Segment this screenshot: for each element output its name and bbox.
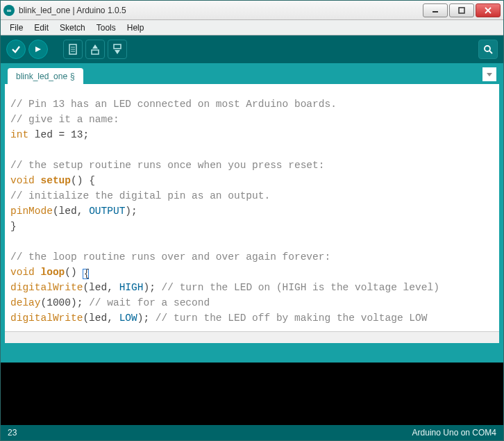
code-line: } [10,219,499,234]
code-line: // initialize the digital pin as an outp… [10,188,499,203]
tab-sketch[interactable]: blink_led_one§ [8,68,83,84]
code-line: // the loop routine runs over and over a… [10,249,499,265]
menu-edit[interactable]: Edit [29,22,53,34]
window-controls [421,3,501,17]
status-board-port: Arduino Uno on COM4 [412,428,496,438]
svg-line-14 [489,51,492,53]
tab-modified-indicator: § [70,72,75,81]
svg-rect-11 [114,44,121,49]
status-line-number: 23 [8,428,17,438]
code-line [10,142,499,158]
code-line: void setup() { [10,173,499,188]
tab-label: blink_led_one [16,72,67,81]
menu-tools[interactable]: Tools [92,22,121,34]
svg-rect-9 [92,50,99,54]
upload-button[interactable] [28,40,48,59]
text-cursor: { [83,269,89,279]
arduino-logo-icon: ∞ [3,5,15,16]
window-title: blink_led_one | Arduino 1.0.5 [19,6,421,15]
message-area [1,343,503,363]
file-icon [67,43,78,56]
code-line: digitalWrite(led, LOW); // turn the LED … [10,310,499,326]
code-line: // the setup routine runs once when you … [10,158,499,173]
app-window: ∞ blink_led_one | Arduino 1.0.5 File Edi… [0,0,504,441]
svg-point-13 [485,46,490,51]
horizontal-scrollbar[interactable] [5,331,499,343]
code-line: digitalWrite(led, HIGH); // turn the LED… [10,280,499,295]
code-line: void loop() { [10,265,499,280]
svg-marker-12 [115,50,120,54]
console-output[interactable] [1,363,503,425]
code-line [10,234,499,249]
svg-marker-15 [487,73,492,76]
code-line: delay(1000); // wait for a second [10,295,499,310]
check-icon [10,44,22,55]
editor-container: // Pin 13 has an LED connected on most A… [1,84,503,343]
verify-button[interactable] [6,40,26,59]
code-line: int led = 13; [10,127,499,142]
magnifier-icon [482,44,494,55]
new-sketch-button[interactable] [63,40,83,59]
tabstrip: blink_led_one§ [1,63,503,84]
titlebar[interactable]: ∞ blink_led_one | Arduino 1.0.5 [1,1,503,20]
tab-menu-button[interactable] [482,67,496,81]
code-line: // give it a name: [10,112,499,127]
maximize-button[interactable] [449,3,474,17]
arrow-down-icon [112,43,123,56]
open-sketch-button[interactable] [85,40,105,59]
menu-help[interactable]: Help [122,22,149,34]
chevron-down-icon [485,70,494,78]
svg-marker-10 [92,44,98,49]
minimize-button[interactable] [423,3,448,17]
code-line: pinMode(led, OUTPUT); [10,203,499,219]
svg-rect-1 [459,8,464,13]
svg-marker-4 [35,47,41,52]
toolbar [1,35,503,63]
close-button[interactable] [476,3,501,17]
menubar: File Edit Sketch Tools Help [1,20,503,35]
menu-file[interactable]: File [5,22,28,34]
statusbar: 23 Arduino Uno on COM4 [1,425,503,440]
serial-monitor-button[interactable] [478,40,498,59]
menu-sketch[interactable]: Sketch [55,22,90,34]
save-sketch-button[interactable] [108,40,127,59]
arrow-right-icon [33,44,44,55]
code-editor[interactable]: // Pin 13 has an LED connected on most A… [5,84,499,331]
arrow-up-icon [90,43,101,56]
code-line: // Pin 13 has an LED connected on most A… [10,97,499,112]
